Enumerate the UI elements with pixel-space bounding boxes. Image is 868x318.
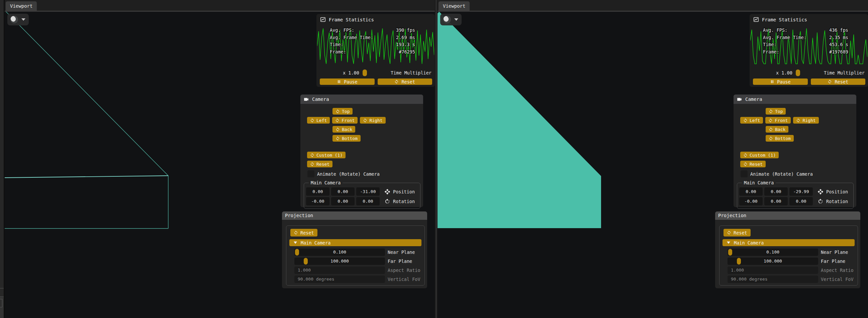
position-label: Position [826,189,848,195]
camera-view-top-button[interactable]: Top [766,108,786,114]
stat-row: Avg. Frame Time:2.35 ms [750,34,868,41]
position-label: Position [393,189,415,195]
position-z-field[interactable]: -31.00 [356,187,380,196]
vertical-fov-field: 90.000 degrees [727,276,818,283]
camera-view-front-button[interactable]: Front [765,117,791,123]
rotation-z-field[interactable]: 0.00 [789,197,813,205]
rotation-y-field[interactable]: 0.00 [764,197,788,205]
stat-label: Time: [330,41,343,48]
camera-view-back-button[interactable]: Back [766,126,788,133]
pause-icon [770,79,774,84]
camera-view-left-button[interactable]: Left [307,117,330,123]
camera-view-back-button[interactable]: Back [333,126,355,133]
slider-handle[interactable] [295,249,299,255]
stat-value: 2.69 ms [396,34,415,41]
stat-row: Frame:#76295 [316,48,435,56]
stats-reset-button[interactable]: Reset [378,78,433,85]
stats-reset-button[interactable]: Reset [811,78,866,85]
position-y-field[interactable]: 0.00 [331,187,354,196]
animate-camera-checkbox[interactable] [741,170,748,177]
animate-camera-checkbox[interactable] [307,170,314,177]
camera-view-right-button[interactable]: Right [360,117,385,123]
vertical-fov-field: 90.000 degrees [294,276,385,283]
main-camera-group-label: Main Camera [309,180,343,185]
camera-panel: Camera Top Left Front Right Back Bottom … [734,95,856,207]
projection-reset-button[interactable]: Reset [723,229,751,237]
time-multiplier-label: Time Multiplier [824,70,865,75]
aspect-ratio-label: Aspect Ratio [821,268,854,273]
projection-panel-title: Projection [715,211,860,220]
viewport-canvas[interactable]: Frame Statistics Avg. FPS:390 fps Avg. F… [5,12,435,318]
camera-reset-button[interactable]: Reset [740,161,766,167]
camera-view-bottom-button[interactable]: Bottom [333,135,361,142]
slider-handle[interactable] [304,258,308,264]
stat-label: Avg. FPS: [763,27,787,34]
stat-label: Avg. Frame Time: [330,34,373,41]
frame-stats-readout: Avg. FPS:390 fps Avg. Frame Time:2.69 ms… [316,27,435,56]
rotation-x-field[interactable]: -0.00 [306,197,330,205]
move-icon [384,189,390,195]
stat-row: Frame:#197689 [750,48,868,56]
main-camera-collapsible-header[interactable]: Main Camera [722,239,855,246]
tab-bar: Viewport [5,0,435,11]
time-multiplier-label: Time Multiplier [391,70,432,75]
camera-panel-title: Camera [312,97,329,102]
far-plane-slider[interactable]: 100.000 [727,257,818,265]
position-x-field[interactable]: 0.00 [306,187,330,196]
stat-value: 2.35 ms [829,34,848,41]
time-multiplier-slider[interactable] [363,69,367,76]
position-z-field[interactable]: -29.99 [789,187,813,196]
camera-reset-button[interactable]: Reset [307,161,333,167]
pause-icon [337,79,341,84]
chevron-down-icon [22,19,25,21]
near-plane-slider[interactable]: 0.100 [294,249,385,256]
shading-mode-button[interactable] [440,14,462,25]
pause-button[interactable]: Pause [753,78,808,85]
camera-view-bottom-button[interactable]: Bottom [766,135,794,142]
near-plane-slider[interactable]: 0.100 [727,249,818,256]
rotation-z-field[interactable]: 0.00 [356,197,380,205]
camera-custom-view-button[interactable]: Custom (1) [740,152,779,158]
slider-handle[interactable] [728,249,732,255]
main-camera-collapsible-header[interactable]: Main Camera [289,239,422,246]
stat-row: Avg. Frame Time:2.69 ms [316,34,435,41]
stat-row: Avg. FPS:436 fps [750,27,868,34]
collapse-triangle-icon [294,242,297,244]
position-x-field[interactable]: 0.00 [739,187,763,196]
stat-row: Time:453.6 s [750,41,868,48]
camera-view-right-button[interactable]: Right [793,117,818,123]
rotate-icon [817,199,824,205]
camera-view-left-button[interactable]: Left [740,117,763,123]
animate-camera-label: Animate (Rotate) Camera [317,171,380,177]
stat-value: 193.3 s [396,41,415,48]
shading-mode-button[interactable] [7,14,29,25]
collapsed-panel-tab[interactable] [0,299,2,307]
stat-value: #76295 [399,48,415,56]
sync-icon [727,231,731,235]
stat-value: #197689 [829,48,848,56]
tab-viewport[interactable]: Viewport [6,1,37,11]
position-y-field[interactable]: 0.00 [764,187,788,196]
frame-statistics-panel: Frame Statistics Avg. FPS:390 fps Avg. F… [316,14,435,87]
viewport-canvas[interactable]: Frame Statistics Avg. FPS:436 fps Avg. F… [437,12,868,318]
time-multiplier-value: x 1.00 [343,70,359,75]
pause-button[interactable]: Pause [320,78,375,85]
aspect-ratio-field: 1.000 [727,267,818,274]
slider-handle[interactable] [737,258,741,264]
camera-view-front-button[interactable]: Front [332,117,358,123]
vertical-fov-label: Vertical FoV [821,277,854,282]
projection-reset-button[interactable]: Reset [290,229,317,237]
frame-stats-readout: Avg. FPS:436 fps Avg. Frame Time:2.35 ms… [750,27,868,56]
aspect-ratio-field: 1.000 [294,267,385,274]
far-plane-slider[interactable]: 100.000 [294,257,385,265]
viewport-splitter[interactable] [435,0,437,318]
rotation-x-field[interactable]: -0.00 [739,197,763,205]
camera-custom-view-button[interactable]: Custom (1) [307,152,345,158]
time-multiplier-slider[interactable] [796,69,800,76]
videocam-icon [737,97,742,102]
shading-sphere-icon [10,16,18,23]
tab-viewport[interactable]: Viewport [438,1,470,11]
projection-panel-title: Projection [282,211,427,220]
camera-view-top-button[interactable]: Top [333,108,352,114]
rotation-y-field[interactable]: 0.00 [331,197,354,205]
